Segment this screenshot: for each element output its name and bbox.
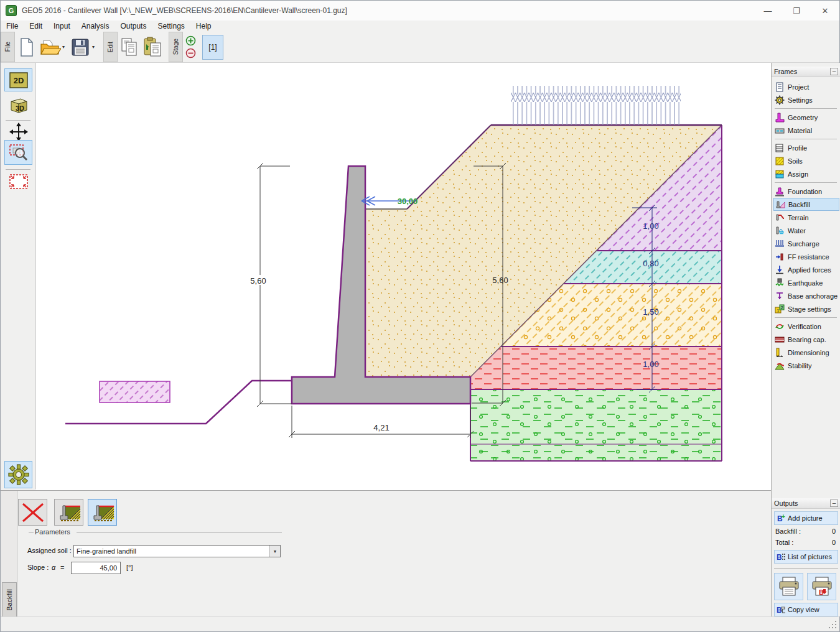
dimensioning-icon <box>775 348 785 358</box>
frames-item-foundation[interactable]: Foundation <box>773 185 839 198</box>
frames-item-backfill[interactable]: Backfill <box>773 198 839 211</box>
outputs-minimize-button[interactable]: – <box>830 500 838 507</box>
backfill-mode-slope-button[interactable] <box>88 499 117 526</box>
stage-settings-icon: 12 <box>775 304 785 314</box>
menu-analysis[interactable]: Analysis <box>76 22 115 30</box>
frames-item-material[interactable]: Material <box>773 124 839 137</box>
copy-icon <box>120 37 139 57</box>
ff-resistance-block <box>100 381 170 402</box>
print-button[interactable] <box>774 573 803 600</box>
new-file-button[interactable] <box>15 32 39 62</box>
verification-icon <box>775 322 785 332</box>
slope-input[interactable]: 45,00 <box>71 562 121 574</box>
chevron-down-icon[interactable]: ▼ <box>269 546 280 557</box>
view-3d-button[interactable]: 3D <box>4 94 32 116</box>
frames-item-water[interactable]: Water <box>773 224 839 237</box>
print-document-button[interactable]: B <box>807 573 836 600</box>
dim-layer-3-label: 1,50 <box>643 307 658 317</box>
frames-item-stage-settings[interactable]: 12 Stage settings <box>773 302 839 315</box>
frames-item-earthquake[interactable]: Earthquake <box>773 276 839 289</box>
frames-item-surcharge[interactable]: Surcharge <box>773 237 839 250</box>
save-dropdown-caret[interactable]: ▾ <box>92 32 98 62</box>
outputs-panel-header: Outputs – <box>772 498 840 509</box>
menu-file[interactable]: File <box>1 22 24 30</box>
titlebar: G GEO5 2016 - Cantilever Wall [V:\_NEW_W… <box>1 1 839 21</box>
project-icon <box>775 82 785 92</box>
foundation-icon <box>775 187 785 197</box>
copy-view-icon: B <box>777 605 785 614</box>
paste-button[interactable] <box>141 32 165 62</box>
main-toolbar: File ▾ ▾ <box>1 32 839 63</box>
frames-item-profile[interactable]: Profile <box>773 141 839 154</box>
frames-item-base-anchorage[interactable]: Base anchorage <box>773 289 839 302</box>
minimize-button[interactable]: — <box>754 1 782 21</box>
soil-layer-pink <box>470 346 722 389</box>
zoom-window-button[interactable] <box>4 140 32 165</box>
frames-item-dimensioning[interactable]: Dimensioning <box>773 346 839 359</box>
wall-diagram: 5,60 5,60 4,21 <box>36 63 771 490</box>
frames-item-stability[interactable]: Stability <box>773 359 839 372</box>
assigned-soil-label: Assigned soil : <box>27 547 72 554</box>
frames-item-ff-resistance[interactable]: FF resistance <box>773 250 839 263</box>
geometry-icon <box>775 113 785 123</box>
menu-input[interactable]: Input <box>48 22 76 30</box>
maximize-button[interactable]: ❐ <box>782 1 811 21</box>
stage-remove-button[interactable] <box>185 48 196 58</box>
svg-text:2: 2 <box>780 304 783 310</box>
assign-icon <box>775 169 785 179</box>
outputs-panel: Outputs – B+ Add picture Backfill : 0 To… <box>772 498 840 616</box>
open-dropdown-caret[interactable]: ▾ <box>62 32 68 62</box>
water-icon <box>775 226 785 236</box>
copy-button[interactable] <box>118 32 141 62</box>
frames-item-settings[interactable]: Settings <box>773 93 839 106</box>
frames-item-project[interactable]: Project <box>773 80 839 93</box>
menu-outputs[interactable]: Outputs <box>114 22 152 30</box>
menu-help[interactable]: Help <box>190 22 217 30</box>
save-button[interactable] <box>68 32 92 62</box>
2d-icon: 2D <box>9 72 29 89</box>
frames-item-soils[interactable]: Soils <box>773 154 839 167</box>
dim-footing-width-label: 4,21 <box>373 423 389 432</box>
frames-item-verification[interactable]: Verification <box>773 320 839 333</box>
backfill-mode-wedge-button[interactable] <box>54 499 83 526</box>
zoom-fit-button[interactable] <box>4 172 32 191</box>
total-count-row: Total : 0 <box>772 536 840 547</box>
frames-item-assign[interactable]: Assign <box>773 167 839 180</box>
no-backfill-icon <box>21 502 45 523</box>
surcharge-icon <box>775 239 785 249</box>
frames-item-bearing-cap[interactable]: Bearing cap. <box>773 333 839 346</box>
dim-footing-width <box>289 406 474 438</box>
stage-1-button[interactable]: [1] <box>202 35 223 60</box>
frames-panel-title: Frames <box>774 68 797 75</box>
menu-settings[interactable]: Settings <box>152 22 190 30</box>
copy-view-button[interactable]: B Copy view <box>774 603 838 616</box>
drawing-settings-button[interactable] <box>4 461 32 488</box>
menu-edit[interactable]: Edit <box>24 22 48 30</box>
geo5-app-icon: G <box>6 5 17 16</box>
backfill-slope-icon <box>90 502 115 523</box>
pan-button[interactable] <box>4 123 32 141</box>
backfill-frame-tab[interactable]: Backfill <box>2 582 17 617</box>
assigned-soil-select[interactable]: Fine-grained landfill ▼ <box>73 545 281 557</box>
stage-add-button[interactable] <box>185 35 196 46</box>
parameters-legend: Parameters <box>35 528 70 536</box>
dim-wall-height-left-label: 5,60 <box>250 276 266 286</box>
resize-grip[interactable] <box>829 621 838 630</box>
frames-item-terrain[interactable]: Terrain <box>773 211 839 224</box>
frames-minimize-button[interactable]: – <box>830 68 838 75</box>
backfill-mode-none-button[interactable] <box>18 499 47 526</box>
dim-layer-4-label: 1,00 <box>643 360 658 369</box>
dim-backfill-offset-label: 30,00 <box>398 197 418 206</box>
view-2d-button[interactable]: 2D <box>4 68 32 91</box>
add-picture-button[interactable]: B+ Add picture <box>774 511 838 525</box>
frames-item-geometry[interactable]: Geometry <box>773 111 839 124</box>
slope-alpha-symbol: α <box>52 564 55 571</box>
dim-backfill-offset: 30,00 <box>362 197 418 206</box>
drawing-area[interactable]: 5,60 5,60 4,21 <box>36 63 771 490</box>
open-file-button[interactable] <box>39 32 62 62</box>
applied-forces-icon <box>775 265 785 275</box>
soil-layer-green <box>470 389 722 461</box>
list-of-pictures-button[interactable]: B List of pictures <box>774 550 838 564</box>
close-button[interactable]: ✕ <box>811 1 839 21</box>
frames-item-applied-forces[interactable]: Applied forces <box>773 263 839 276</box>
